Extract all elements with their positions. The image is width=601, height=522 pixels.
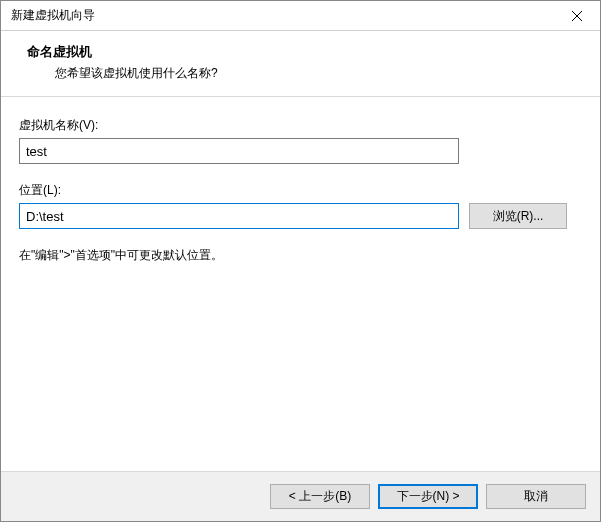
page-subheading: 您希望该虚拟机使用什么名称? [27, 65, 580, 82]
close-button[interactable] [554, 1, 600, 31]
location-hint: 在"编辑">"首选项"中可更改默认位置。 [19, 247, 582, 264]
vm-name-input[interactable] [19, 138, 459, 164]
close-icon [572, 11, 582, 21]
window-title: 新建虚拟机向导 [11, 7, 95, 24]
wizard-footer: < 上一步(B) 下一步(N) > 取消 [1, 471, 600, 521]
cancel-button[interactable]: 取消 [486, 484, 586, 509]
back-button[interactable]: < 上一步(B) [270, 484, 370, 509]
content-area: 虚拟机名称(V): 位置(L): 浏览(R)... 在"编辑">"首选项"中可更… [1, 97, 600, 264]
page-heading: 命名虚拟机 [27, 43, 580, 61]
wizard-header: 命名虚拟机 您希望该虚拟机使用什么名称? [1, 31, 600, 96]
location-input[interactable] [19, 203, 459, 229]
location-group: 位置(L): 浏览(R)... [19, 182, 582, 229]
next-button[interactable]: 下一步(N) > [378, 484, 478, 509]
browse-button[interactable]: 浏览(R)... [469, 203, 567, 229]
vm-name-label: 虚拟机名称(V): [19, 117, 582, 134]
location-label: 位置(L): [19, 182, 582, 199]
titlebar: 新建虚拟机向导 [1, 1, 600, 31]
vm-name-group: 虚拟机名称(V): [19, 117, 582, 164]
